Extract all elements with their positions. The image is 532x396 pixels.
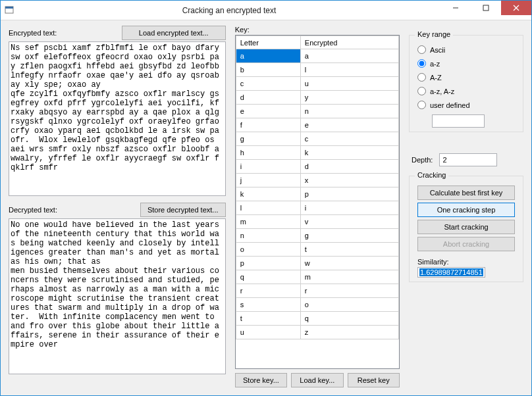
key-cell-letter[interactable]: e (236, 105, 300, 118)
key-grid[interactable]: Letter Encrypted aablcudyenfegchkidjxkpl… (236, 36, 399, 339)
window-controls (440, 1, 531, 20)
keyrange-option[interactable]: Ascii (417, 45, 515, 54)
key-cell-encrypted[interactable]: x (300, 174, 398, 187)
key-cell-letter[interactable]: q (236, 270, 300, 284)
key-cell-letter[interactable]: p (236, 257, 300, 270)
encrypted-textarea[interactable] (9, 41, 226, 196)
key-row[interactable]: tq (236, 312, 398, 326)
key-cell-letter[interactable]: b (236, 63, 300, 77)
keyrange-radio[interactable] (417, 101, 426, 109)
key-cell-letter[interactable]: j (236, 174, 300, 187)
keyrange-radio[interactable] (417, 45, 426, 54)
key-cell-encrypted[interactable]: c (300, 132, 398, 146)
decrypted-textarea[interactable] (9, 218, 226, 374)
key-cell-letter[interactable]: c (236, 77, 300, 91)
key-row[interactable]: pw (236, 257, 398, 270)
key-row[interactable]: ot (236, 243, 398, 257)
key-row[interactable]: qm (236, 270, 398, 284)
key-row[interactable]: id (236, 160, 398, 174)
key-cell-encrypted[interactable]: g (300, 229, 398, 243)
key-row[interactable]: hk (236, 146, 398, 160)
key-cell-letter[interactable]: l (236, 201, 300, 215)
key-cell-encrypted[interactable]: d (300, 160, 398, 174)
keyrange-option[interactable]: a-z, A-z (417, 87, 515, 95)
keyrange-radio[interactable] (417, 59, 426, 68)
key-cell-encrypted[interactable]: e (300, 118, 398, 132)
store-decrypted-button[interactable]: Store decrypted text... (140, 203, 226, 217)
key-cell-encrypted[interactable]: p (300, 187, 398, 201)
calculate-key-button[interactable]: Calculate best first key (417, 186, 515, 200)
key-cell-letter[interactable]: s (236, 298, 300, 312)
encrypted-text-label: Encrypted text: (9, 29, 117, 37)
user-defined-input[interactable] (432, 114, 485, 128)
maximize-button[interactable] (471, 1, 501, 15)
key-cell-encrypted[interactable]: n (300, 105, 398, 118)
keyrange-option[interactable]: A-Z (417, 73, 515, 82)
key-cell-letter[interactable]: m (236, 215, 300, 229)
key-cell-letter[interactable]: u (236, 326, 300, 339)
key-cell-letter[interactable]: o (236, 243, 300, 257)
key-cell-letter[interactable]: r (236, 284, 300, 298)
key-cell-encrypted[interactable]: l (300, 63, 398, 77)
svg-rect-3 (483, 5, 489, 11)
key-row[interactable]: uz (236, 326, 398, 339)
keyrange-option[interactable]: a-z (417, 59, 515, 68)
key-row[interactable]: fe (236, 118, 398, 132)
key-cell-encrypted[interactable]: y (300, 91, 398, 105)
key-row[interactable]: mv (236, 215, 398, 229)
key-cell-encrypted[interactable]: o (300, 298, 398, 312)
key-row[interactable]: ng (236, 229, 398, 243)
key-cell-encrypted[interactable]: z (300, 326, 398, 339)
key-row[interactable]: bl (236, 63, 398, 77)
key-cell-letter[interactable]: t (236, 312, 300, 326)
key-row[interactable]: jx (236, 174, 398, 187)
key-cell-letter[interactable]: f (236, 118, 300, 132)
key-cell-letter[interactable]: g (236, 132, 300, 146)
key-cell-letter[interactable]: n (236, 229, 300, 243)
key-cell-letter[interactable]: k (236, 187, 300, 201)
abort-cracking-button[interactable]: Abort cracking (417, 237, 515, 251)
key-col-letter[interactable]: Letter (236, 36, 300, 49)
key-cell-encrypted[interactable]: q (300, 312, 398, 326)
store-key-button[interactable]: Store key... (235, 373, 287, 387)
keyrange-radio[interactable] (417, 73, 426, 82)
titlebar[interactable]: Cracking an encrypted text (1, 1, 531, 20)
key-cell-letter[interactable]: a (236, 49, 300, 63)
key-cell-encrypted[interactable]: a (300, 49, 398, 63)
keyrange-radio[interactable] (417, 87, 426, 95)
depth-input[interactable] (439, 153, 497, 166)
close-button[interactable] (501, 1, 531, 15)
key-grid-scroll[interactable]: Letter Encrypted aablcudyenfegchkidjxkpl… (236, 36, 399, 368)
key-row[interactable]: kp (236, 187, 398, 201)
app-icon (1, 6, 18, 15)
start-cracking-button[interactable]: Start cracking (417, 220, 515, 234)
key-row[interactable]: cu (236, 77, 398, 91)
key-cell-encrypted[interactable]: v (300, 215, 398, 229)
load-encrypted-button[interactable]: Load encrypted text... (122, 26, 226, 40)
key-cell-encrypted[interactable]: m (300, 270, 398, 284)
key-row[interactable]: gc (236, 132, 398, 146)
minimize-button[interactable] (440, 1, 471, 15)
key-row[interactable]: rr (236, 284, 398, 298)
key-col-encrypted[interactable]: Encrypted (300, 36, 398, 49)
key-cell-encrypted[interactable]: t (300, 243, 398, 257)
reset-key-button[interactable]: Reset key (348, 373, 400, 387)
key-grid-container: Letter Encrypted aablcudyenfegchkidjxkpl… (235, 35, 400, 369)
key-row[interactable]: dy (236, 91, 398, 105)
key-row[interactable]: li (236, 201, 398, 215)
keyrange-option[interactable]: user defined (417, 101, 515, 109)
key-row[interactable]: aa (236, 49, 398, 63)
key-cell-letter[interactable]: i (236, 160, 300, 174)
key-cell-encrypted[interactable]: i (300, 201, 398, 215)
key-cell-encrypted[interactable]: k (300, 146, 398, 160)
key-cell-letter[interactable]: h (236, 146, 300, 160)
key-row[interactable]: en (236, 105, 398, 118)
load-key-button[interactable]: Load key... (291, 373, 343, 387)
key-cell-encrypted[interactable]: u (300, 77, 398, 91)
keyrange-label: A-Z (430, 74, 442, 82)
key-cell-letter[interactable]: d (236, 91, 300, 105)
one-step-button[interactable]: One cracking step (417, 203, 515, 217)
key-cell-encrypted[interactable]: w (300, 257, 398, 270)
key-cell-encrypted[interactable]: r (300, 284, 398, 298)
key-row[interactable]: so (236, 298, 398, 312)
